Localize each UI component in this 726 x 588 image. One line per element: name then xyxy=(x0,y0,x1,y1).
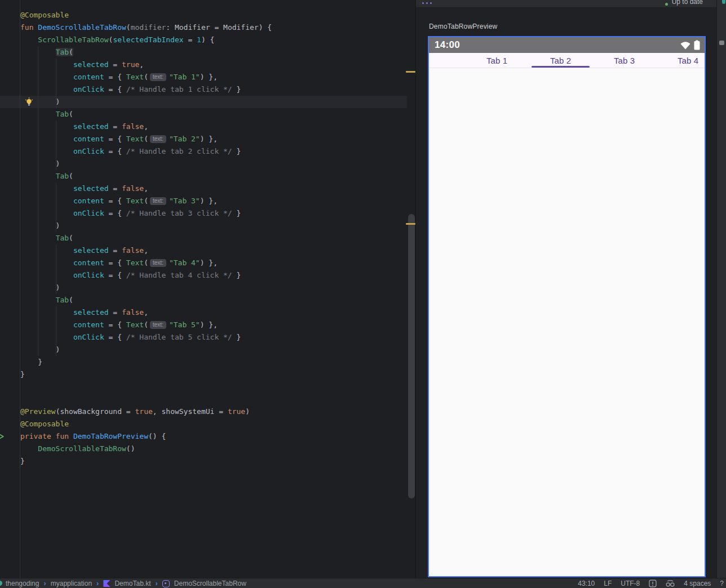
code-line[interactable]: Tab( xyxy=(20,294,272,306)
code-token: @Composable xyxy=(20,420,69,428)
code-line[interactable]: selected = false, xyxy=(20,306,272,319)
device-preview-frame: 14:00 Tab 1Tab 2Tab 3Tab 4 xyxy=(428,36,706,577)
code-line[interactable]: content = { Text(text:"Tab 2") }, xyxy=(20,133,272,145)
run-preview-gutter-icon[interactable] xyxy=(0,432,5,441)
code-token: = { xyxy=(104,271,126,279)
code-token: selected xyxy=(73,122,109,131)
code-line[interactable]: onClick = { /* Handle tab 4 click */ } xyxy=(20,269,272,282)
code-line[interactable]: onClick = { /* Handle tab 3 click */ } xyxy=(20,207,272,220)
code-line[interactable]: onClick = { /* Handle tab 2 click */ } xyxy=(20,145,272,158)
code-line[interactable]: onClick = { /* Handle tab 5 click */ } xyxy=(20,331,272,344)
code-line[interactable]: selected = false, xyxy=(20,121,272,133)
cut-toolbar-icon xyxy=(722,0,725,4)
code-line[interactable]: ) xyxy=(20,158,272,170)
code-token: Text xyxy=(126,320,144,329)
inspections-widget-icon[interactable] xyxy=(666,580,675,587)
status-widgets: 43:10 LF UTF-8 4 spaces ? xyxy=(578,578,718,588)
code-editor[interactable]: @Composablefun DemoScrollableTabRow(modi… xyxy=(0,0,415,578)
code-token: onClick xyxy=(73,147,104,155)
caret-position-widget[interactable]: 43:10 xyxy=(578,580,595,587)
code-token: "Tab 1" xyxy=(169,73,200,81)
breadcrumb-module[interactable]: myapplication xyxy=(51,580,92,587)
code-line[interactable]: selected = false, xyxy=(20,244,272,257)
code-token: DemoTabRowPreview xyxy=(73,432,148,440)
editor-scrollbar[interactable] xyxy=(408,214,415,498)
preview-content-area xyxy=(429,68,705,576)
code-line[interactable]: onClick = { /* Handle tab 1 click */ } xyxy=(20,83,272,96)
code-token xyxy=(20,234,56,242)
code-token: , xyxy=(139,60,144,69)
intention-lightbulb-icon[interactable] xyxy=(25,97,33,106)
breadcrumb-package[interactable]: thengoding xyxy=(6,580,39,587)
code-line[interactable]: DemoScrollableTabRow() xyxy=(20,443,272,455)
code-line[interactable]: ScrollableTabRow(selectedTabIndex = 1) { xyxy=(20,34,272,46)
code-line[interactable]: @Preview(showBackground = true, showSyst… xyxy=(20,406,272,418)
code-line[interactable]: ) xyxy=(20,344,272,356)
code-line[interactable] xyxy=(20,381,272,393)
cut-status-widget[interactable]: ? xyxy=(720,580,724,587)
code-token: content xyxy=(73,197,104,205)
code-token: selectedTabIndex xyxy=(113,35,183,44)
code-line[interactable]: Tab( xyxy=(20,170,272,182)
code-token: "Tab 3" xyxy=(169,197,200,205)
code-line[interactable]: content = { Text(text:"Tab 3") }, xyxy=(20,195,272,207)
code-token: ( xyxy=(144,135,148,143)
code-line[interactable]: ) xyxy=(20,282,272,294)
code-token: = xyxy=(109,122,122,131)
code-line[interactable] xyxy=(20,393,272,406)
code-line[interactable]: } xyxy=(20,356,272,368)
grid-layout-icon[interactable] xyxy=(422,0,435,5)
code-token: false xyxy=(122,122,144,131)
code-line[interactable]: content = { Text(text:"Tab 1") }, xyxy=(20,71,272,83)
error-stripe-mark[interactable] xyxy=(406,223,415,225)
code-line[interactable]: fun DemoScrollableTabRow(modifier: Modif… xyxy=(20,21,272,34)
code-line[interactable]: ) xyxy=(20,220,272,232)
line-separator-widget[interactable]: LF xyxy=(604,580,612,587)
code-line[interactable]: } xyxy=(20,455,272,467)
code-line[interactable]: private fun DemoTabRowPreview() { xyxy=(20,430,272,443)
code-token: , xyxy=(144,308,148,317)
code-text[interactable]: @Composablefun DemoScrollableTabRow(modi… xyxy=(20,9,272,467)
code-line[interactable]: Tab( xyxy=(20,232,272,244)
wifi-icon xyxy=(680,41,691,50)
code-token: : Modifier = Modifier) { xyxy=(166,23,272,32)
code-line[interactable]: selected = true, xyxy=(20,59,272,71)
code-line[interactable]: @Composable xyxy=(20,9,272,21)
breadcrumb-file[interactable]: DemoTab.kt xyxy=(114,580,150,587)
code-line[interactable]: Tab( xyxy=(20,108,272,121)
build-status[interactable]: Up to date xyxy=(665,0,703,7)
code-token: "Tab 2" xyxy=(169,135,200,143)
code-token: Text xyxy=(126,197,144,205)
code-line[interactable]: selected = false, xyxy=(20,182,272,195)
code-line[interactable]: Tab( xyxy=(20,46,272,59)
code-token: ) xyxy=(245,407,250,416)
code-token: = xyxy=(184,35,197,44)
code-token: ( xyxy=(69,110,73,118)
code-token xyxy=(20,172,56,180)
preview-tab: Tab 4 xyxy=(656,53,705,68)
code-token: false xyxy=(122,246,144,255)
code-token: /* Handle tab 1 click */ xyxy=(126,85,232,93)
code-token: } xyxy=(20,370,25,378)
tool-window-stripe-icon[interactable] xyxy=(719,41,724,45)
code-token: onClick xyxy=(73,333,104,341)
encoding-widget[interactable]: UTF-8 xyxy=(621,580,640,587)
error-stripe-mark[interactable] xyxy=(406,71,415,73)
code-token: Tab xyxy=(56,48,69,56)
code-line[interactable]: content = { Text(text:"Tab 4") }, xyxy=(20,257,272,269)
preview-name-label[interactable]: DemoTabRowPreview xyxy=(429,23,497,30)
code-token: /* Handle tab 4 click */ xyxy=(126,271,232,279)
code-token: } xyxy=(232,271,241,279)
code-line[interactable]: @Composable xyxy=(20,418,272,430)
code-token: } xyxy=(232,147,241,155)
code-line[interactable]: ) xyxy=(20,96,272,108)
code-line[interactable]: } xyxy=(20,368,272,381)
preview-tab: Tab 3 xyxy=(592,53,656,68)
code-line[interactable]: content = { Text(text:"Tab 5") }, xyxy=(20,319,272,331)
code-token: ) xyxy=(20,159,60,168)
breadcrumb-function[interactable]: DemoScrollableTabRow xyxy=(174,580,246,587)
indent-widget[interactable]: 4 spaces xyxy=(684,580,711,587)
cut-breadcrumb-icon xyxy=(0,581,2,586)
problems-widget-icon[interactable] xyxy=(649,580,657,587)
code-token: } xyxy=(20,457,25,465)
